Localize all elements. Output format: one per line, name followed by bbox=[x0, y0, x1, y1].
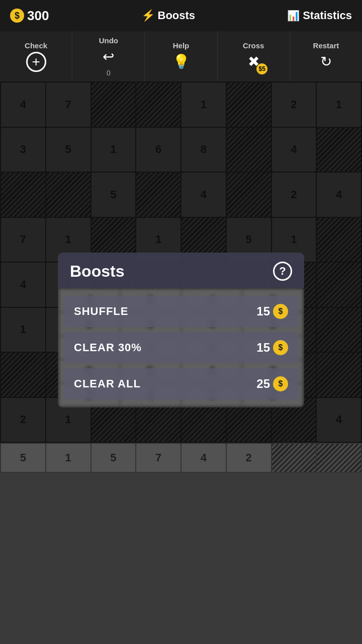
check-label: Check bbox=[25, 41, 47, 50]
bottom-row-cell[interactable] bbox=[317, 444, 361, 472]
clear-all-label: CLEAR ALL bbox=[74, 377, 141, 390]
cross-label: Cross bbox=[243, 41, 264, 50]
undo-label: Undo bbox=[99, 36, 118, 45]
modal-title: Boosts bbox=[70, 262, 124, 281]
help-button[interactable]: Help 💡 bbox=[145, 31, 217, 82]
shuffle-label: SHUFFLE bbox=[74, 305, 128, 318]
shuffle-button[interactable]: SHUFFLE 15 $ bbox=[64, 296, 298, 327]
bottom-row-cell[interactable]: 4 bbox=[182, 444, 226, 472]
bottom-row-cell[interactable]: 7 bbox=[136, 444, 180, 472]
shuffle-price: 15 $ bbox=[256, 304, 288, 319]
shuffle-price-num: 15 bbox=[256, 304, 270, 318]
cross-cost: $5 bbox=[256, 63, 267, 74]
stats-label: Statistics bbox=[303, 9, 352, 22]
check-button[interactable]: Check + bbox=[0, 31, 72, 82]
action-bar: Check + Undo ↩ 0 Help 💡 Cross ✖ $5 Resta… bbox=[0, 31, 362, 82]
undo-count: 0 bbox=[107, 69, 111, 77]
clear30-button[interactable]: CLEAR 30% 15 $ bbox=[64, 332, 298, 363]
undo-icon: ↩ bbox=[99, 47, 119, 67]
clear30-price: 15 $ bbox=[256, 340, 288, 355]
restart-label: Restart bbox=[313, 41, 339, 50]
bottom-row-cell[interactable]: 5 bbox=[92, 444, 136, 472]
bottom-row-cell[interactable] bbox=[272, 444, 316, 472]
boost-buttons: SHUFFLE 15 $ CLEAR 30% 15 $ bbox=[58, 288, 304, 408]
stats-icon: 📊 bbox=[287, 10, 300, 22]
clear-all-button[interactable]: CLEAR ALL 25 $ bbox=[64, 368, 298, 399]
modal-overlay: Boosts ? 4 6 4 3 6 3 4 3 3 2 5 4 bbox=[0, 82, 362, 443]
boosts-section[interactable]: ⚡ Boosts bbox=[141, 9, 196, 22]
cross-icon: ✖ $5 bbox=[243, 52, 263, 72]
bottom-row-cell[interactable]: 1 bbox=[46, 444, 90, 472]
bottom-row: 515742 bbox=[0, 443, 362, 473]
clear30-price-num: 15 bbox=[256, 341, 270, 355]
clear-all-price: 25 $ bbox=[256, 376, 288, 391]
boosts-label: Boosts bbox=[158, 9, 196, 22]
restart-icon: ↻ bbox=[316, 52, 336, 72]
boosts-icon: ⚡ bbox=[141, 9, 155, 22]
shuffle-coin-icon: $ bbox=[273, 304, 288, 319]
modal-header: Boosts ? bbox=[58, 253, 304, 288]
modal-help-button[interactable]: ? bbox=[273, 262, 292, 281]
coin-icon: $ bbox=[10, 9, 24, 23]
bottom-row-cell[interactable]: 2 bbox=[227, 444, 271, 472]
score-value: 300 bbox=[27, 8, 49, 24]
game-area: 471213516845424711514513214 Boosts ? 4 6… bbox=[0, 82, 362, 443]
help-icon: 💡 bbox=[171, 52, 191, 72]
stats-section[interactable]: 📊 Statistics bbox=[287, 9, 352, 22]
check-icon: + bbox=[26, 52, 46, 72]
clear-all-coin-icon: $ bbox=[273, 376, 288, 391]
undo-button[interactable]: Undo ↩ 0 bbox=[72, 31, 145, 82]
clear30-coin-icon: $ bbox=[273, 340, 288, 355]
cross-button[interactable]: Cross ✖ $5 bbox=[218, 31, 290, 82]
score-section: $ 300 bbox=[10, 8, 49, 24]
modal-body: 4 6 4 3 6 3 4 3 3 2 5 4 0 5 4 3 2 bbox=[58, 288, 304, 408]
clear30-label: CLEAR 30% bbox=[74, 341, 142, 354]
restart-button[interactable]: Restart ↻ bbox=[290, 31, 362, 82]
clear-all-price-num: 25 bbox=[256, 377, 270, 391]
bottom-row-cell[interactable]: 5 bbox=[1, 444, 45, 472]
top-bar: $ 300 ⚡ Boosts 📊 Statistics bbox=[0, 0, 362, 31]
help-label: Help bbox=[173, 41, 190, 50]
boosts-modal: Boosts ? 4 6 4 3 6 3 4 3 3 2 5 4 bbox=[58, 253, 304, 408]
